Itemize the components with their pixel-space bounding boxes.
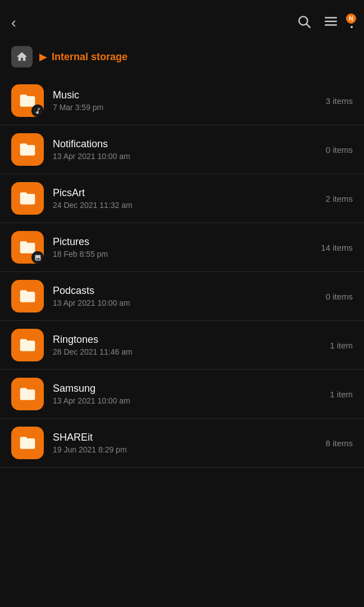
folder-count: 1 item: [330, 389, 353, 399]
music-badge-icon: [31, 105, 44, 117]
list-item[interactable]: PicsArt 24 Dec 2021 11:32 am 2 items: [0, 174, 364, 223]
folder-date: 28 Dec 2021 11:46 am: [53, 347, 330, 356]
folder-info: SHAREit 19 Jun 2021 8:29 pm: [53, 432, 326, 454]
search-icon[interactable]: [297, 14, 311, 31]
folder-count: 0 items: [326, 145, 353, 155]
folder-info: Pictures 18 Feb 8:55 pm: [53, 236, 321, 259]
list-item[interactable]: Music 7 Mar 3:59 pm 3 items: [0, 76, 364, 125]
folder-info: Samsung 13 Apr 2021 10:00 am: [53, 383, 330, 405]
folder-date: 13 Apr 2021 10:00 am: [53, 152, 326, 161]
folder-name: PicsArt: [53, 187, 326, 199]
folder-info: Podcasts 13 Apr 2021 10:00 am: [53, 285, 326, 307]
folder-name: Podcasts: [53, 285, 326, 297]
folder-info: Ringtones 28 Dec 2021 11:46 am: [53, 334, 330, 356]
folder-icon: [11, 329, 44, 361]
image-badge-icon: [31, 251, 44, 264]
notification-badge: N: [346, 13, 356, 24]
folder-icon: [11, 280, 44, 312]
svg-line-1: [307, 24, 310, 28]
folder-icon-wrap: [11, 133, 44, 166]
folder-date: 24 Dec 2021 11:32 am: [53, 201, 326, 210]
folder-icon: [11, 427, 44, 459]
folder-icon-wrap: [11, 182, 44, 215]
home-icon[interactable]: [11, 46, 33, 67]
folder-name: Notifications: [53, 138, 326, 150]
folder-icon: [11, 182, 44, 215]
list-item[interactable]: Podcasts 13 Apr 2021 10:00 am 0 items: [0, 272, 364, 321]
folder-list: Music 7 Mar 3:59 pm 3 items Notification…: [0, 76, 364, 468]
folder-date: 18 Feb 8:55 pm: [53, 250, 321, 259]
folder-info: PicsArt 24 Dec 2021 11:32 am: [53, 187, 326, 210]
folder-info: Notifications 13 Apr 2021 10:00 am: [53, 138, 326, 161]
list-view-icon[interactable]: [324, 14, 338, 31]
folder-count: 0 items: [326, 292, 353, 301]
folder-icon: [11, 378, 44, 410]
folder-count: 1 item: [330, 341, 353, 350]
list-item[interactable]: SHAREit 19 Jun 2021 8:29 pm 8 items: [0, 419, 364, 468]
list-item[interactable]: Notifications 13 Apr 2021 10:00 am 0 ite…: [0, 125, 364, 174]
folder-icon-wrap: [11, 378, 44, 410]
folder-name: Music: [53, 89, 326, 101]
folder-name: Samsung: [53, 383, 330, 395]
list-item[interactable]: Pictures 18 Feb 8:55 pm 14 items: [0, 223, 364, 272]
folder-count: 2 items: [326, 194, 353, 203]
folder-icon: [11, 133, 44, 166]
folder-info: Music 7 Mar 3:59 pm: [53, 89, 326, 112]
folder-icon-wrap: [11, 231, 44, 264]
folder-icon-wrap: [11, 427, 44, 459]
more-options-button[interactable]: N: [351, 17, 353, 28]
folder-icon-wrap: [11, 329, 44, 361]
list-item[interactable]: Samsung 13 Apr 2021 10:00 am 1 item: [0, 370, 364, 419]
breadcrumb: ▶ Internal storage: [0, 40, 364, 76]
folder-date: 19 Jun 2021 8:29 pm: [53, 445, 326, 454]
folder-date: 7 Mar 3:59 pm: [53, 103, 326, 112]
breadcrumb-path[interactable]: Internal storage: [52, 51, 128, 63]
folder-name: SHAREit: [53, 432, 326, 443]
breadcrumb-arrow: ▶: [39, 51, 47, 63]
folder-icon-wrap: [11, 280, 44, 312]
folder-count: 3 items: [326, 96, 353, 106]
folder-date: 13 Apr 2021 10:00 am: [53, 396, 330, 405]
folder-date: 13 Apr 2021 10:00 am: [53, 298, 326, 307]
header: ‹ N: [0, 0, 364, 40]
folder-name: Pictures: [53, 236, 321, 248]
folder-count: 14 items: [321, 243, 353, 252]
folder-icon-wrap: [11, 84, 44, 117]
list-item[interactable]: Ringtones 28 Dec 2021 11:46 am 1 item: [0, 321, 364, 370]
folder-count: 8 items: [326, 438, 353, 448]
folder-name: Ringtones: [53, 334, 330, 346]
back-button[interactable]: ‹: [11, 14, 16, 31]
